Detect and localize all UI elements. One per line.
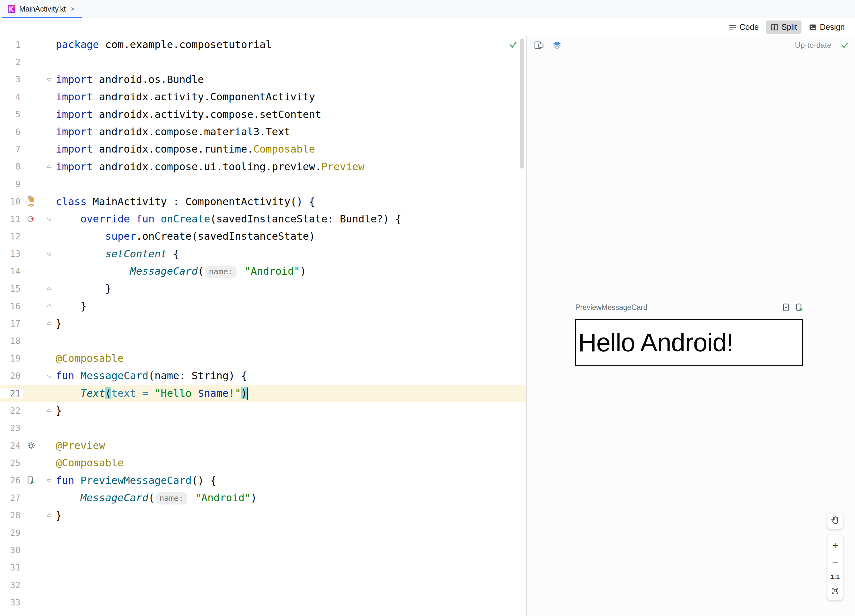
fold-marker-icon[interactable] xyxy=(43,303,56,309)
line-number[interactable]: 19 xyxy=(0,354,23,363)
design-view-button[interactable]: Design xyxy=(804,20,849,34)
code-line[interactable]: 6import androidx.compose.material3.Text xyxy=(0,123,526,140)
zoom-actual-button[interactable]: 1:1 xyxy=(830,573,839,581)
line-number[interactable]: 26 xyxy=(0,475,23,485)
layers-icon[interactable] xyxy=(552,41,562,50)
line-number[interactable]: 12 xyxy=(0,231,23,241)
code-line[interactable]: 33 xyxy=(0,594,526,611)
code-line[interactable]: 31 xyxy=(0,559,526,576)
code-line[interactable]: 8import androidx.compose.ui.tooling.prev… xyxy=(0,158,526,175)
code-line[interactable]: 27 MessageCard(name: "Android") xyxy=(0,489,526,506)
line-number[interactable]: 20 xyxy=(0,371,23,381)
code-line[interactable]: 24@Preview xyxy=(0,437,526,454)
line-number[interactable]: 2 xyxy=(0,57,23,67)
code-line[interactable]: 11 override fun onCreate(savedInstanceSt… xyxy=(0,210,526,228)
line-number[interactable]: 5 xyxy=(0,109,23,119)
line-number[interactable]: 10 xyxy=(0,196,23,207)
code-line[interactable]: 28} xyxy=(0,507,526,524)
fold-marker-icon[interactable] xyxy=(43,408,56,414)
line-number[interactable]: 3 xyxy=(0,74,23,84)
line-number[interactable]: 28 xyxy=(0,510,23,520)
run-device-icon[interactable] xyxy=(23,476,43,484)
run-preview-icon[interactable] xyxy=(795,303,803,312)
line-number[interactable]: 29 xyxy=(0,528,23,538)
line-number[interactable]: 14 xyxy=(0,266,23,276)
line-number[interactable]: 7 xyxy=(0,144,23,154)
code-line[interactable]: 4import androidx.activity.ComponentActiv… xyxy=(0,88,526,106)
code-line[interactable]: 32 xyxy=(0,576,526,593)
interactive-preview-icon[interactable] xyxy=(782,303,790,312)
line-number[interactable]: 33 xyxy=(0,598,23,607)
code-line[interactable]: 16 } xyxy=(0,297,526,315)
line-number[interactable]: 24 xyxy=(0,441,23,451)
line-number[interactable]: 11 xyxy=(0,214,23,224)
line-number[interactable]: 23 xyxy=(0,423,23,433)
code-line[interactable]: 1package com.example.composetutorial xyxy=(0,36,526,53)
tab-mainactivity[interactable]: MainActivity.kt xyxy=(2,0,82,18)
line-number[interactable]: 34 xyxy=(0,615,23,616)
code-line[interactable]: 13 setContent { xyxy=(0,245,526,262)
fold-marker-icon[interactable] xyxy=(43,373,56,379)
fold-marker-icon[interactable] xyxy=(43,164,56,170)
line-number[interactable]: 27 xyxy=(0,493,23,503)
line-number[interactable]: 25 xyxy=(0,458,23,468)
line-number[interactable]: 13 xyxy=(0,249,23,259)
split-view-button[interactable]: Split xyxy=(766,20,802,34)
line-number[interactable]: 17 xyxy=(0,319,23,328)
fold-marker-icon[interactable] xyxy=(43,76,56,83)
line-number[interactable]: 8 xyxy=(0,161,23,172)
fold-marker-icon[interactable] xyxy=(43,320,56,326)
fold-marker-icon[interactable] xyxy=(43,216,56,222)
code-line[interactable]: 29 xyxy=(0,524,526,541)
code-line[interactable]: 3import android.os.Bundle xyxy=(0,71,526,88)
code-line[interactable]: 17} xyxy=(0,315,526,332)
code-view-button[interactable]: Code xyxy=(724,20,763,34)
code-line[interactable]: 14 MessageCard(name: "Android") xyxy=(0,262,526,280)
code-line[interactable]: 19@Composable xyxy=(0,350,526,367)
line-number[interactable]: 6 xyxy=(0,127,23,137)
code-line[interactable]: 5import androidx.activity.compose.setCon… xyxy=(0,106,526,123)
line-number[interactable]: 31 xyxy=(0,562,23,572)
code-line[interactable]: 12 super.onCreate(savedInstanceState) xyxy=(0,228,526,245)
code-line[interactable]: 18 xyxy=(0,333,526,350)
line-number[interactable]: 15 xyxy=(0,283,23,294)
line-number[interactable]: 18 xyxy=(0,336,23,346)
zoom-out-button[interactable]: − xyxy=(832,557,838,567)
ui-check-icon[interactable] xyxy=(534,41,544,50)
code-line[interactable]: 10<>class MainActivity : ComponentActivi… xyxy=(0,193,526,210)
gear-icon[interactable] xyxy=(23,441,43,450)
code-line[interactable]: 2 xyxy=(0,53,526,70)
code-line[interactable]: 21 Text(text = "Hello $name!") xyxy=(0,385,526,402)
code-line[interactable]: 26fun PreviewMessageCard() { xyxy=(0,472,526,489)
inspections-ok-icon[interactable] xyxy=(509,40,518,50)
code-line[interactable]: 7import androidx.compose.runtime.Composa… xyxy=(0,140,526,158)
editor-scrollbar[interactable] xyxy=(520,38,524,169)
fold-marker-icon[interactable] xyxy=(43,477,56,484)
line-number[interactable]: 22 xyxy=(0,406,23,416)
code-line[interactable]: 22} xyxy=(0,402,526,419)
code-line[interactable]: 34 xyxy=(0,611,526,616)
override-icon[interactable] xyxy=(23,215,43,223)
fold-marker-icon[interactable] xyxy=(43,251,56,257)
pan-tool-button[interactable] xyxy=(827,513,843,529)
line-number[interactable]: 9 xyxy=(0,179,23,189)
line-number[interactable]: 4 xyxy=(0,92,23,102)
code-line[interactable]: 30 xyxy=(0,541,526,559)
code-line[interactable]: 20fun MessageCard(name: String) { xyxy=(0,367,526,384)
line-number[interactable]: 16 xyxy=(0,301,23,311)
line-number[interactable]: 30 xyxy=(0,545,23,555)
code-editor[interactable]: 1package com.example.composetutorial23im… xyxy=(0,36,526,616)
code-line[interactable]: 23 xyxy=(0,420,526,437)
fold-marker-icon[interactable] xyxy=(43,285,56,292)
line-number[interactable]: 1 xyxy=(0,40,23,50)
zoom-in-button[interactable]: + xyxy=(832,540,838,551)
line-number[interactable]: 32 xyxy=(0,580,23,590)
code-line[interactable]: 15 } xyxy=(0,280,526,297)
fold-marker-icon[interactable] xyxy=(43,512,56,519)
kotlin-class-icon[interactable]: <> xyxy=(23,195,43,208)
code-line[interactable]: 9 xyxy=(0,175,526,193)
code-line[interactable]: 25@Composable xyxy=(0,454,526,472)
zoom-fit-button[interactable] xyxy=(831,587,839,595)
close-tab-icon[interactable] xyxy=(69,6,76,12)
line-number[interactable]: 21 xyxy=(0,388,23,398)
